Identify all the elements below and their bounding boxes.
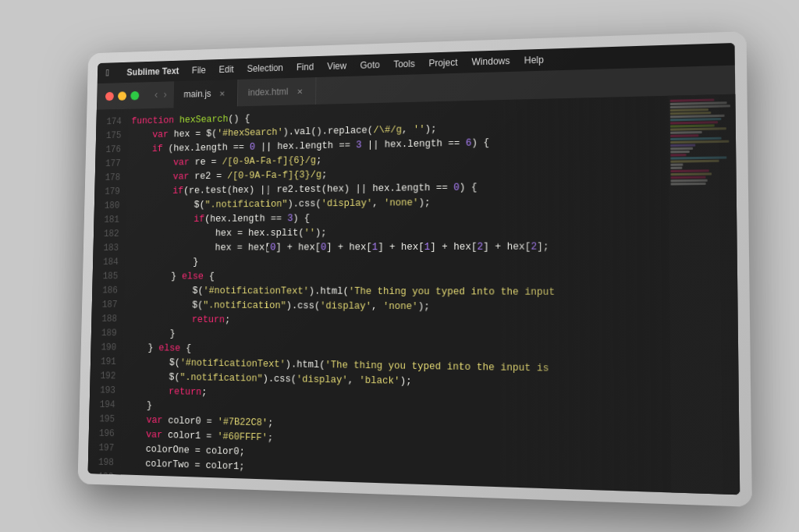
line-num: 196 — [93, 427, 115, 442]
line-num: 199 — [92, 470, 114, 484]
line-num: 189 — [95, 326, 117, 341]
screen:  Sublime Text File Edit Selection Find … — [88, 43, 740, 495]
line-num: 190 — [95, 341, 117, 356]
code-line-187: } else { — [128, 270, 670, 286]
line-num: 194 — [94, 398, 115, 413]
menu-edit[interactable]: Edit — [218, 64, 233, 75]
line-num: 188 — [96, 312, 118, 326]
line-num: 191 — [94, 355, 116, 370]
menu-tools[interactable]: Tools — [393, 59, 415, 70]
app-name-menu[interactable]: Sublime Text — [126, 66, 179, 77]
line-num: 200 — [91, 484, 113, 495]
tab-main-js[interactable]: main.js ✕ — [173, 80, 238, 108]
menu-windows[interactable]: Windows — [471, 55, 510, 67]
tab-main-js-label: main.js — [183, 88, 211, 99]
line-num: 197 — [93, 441, 115, 456]
menu-goto[interactable]: Goto — [360, 59, 379, 70]
line-num: 178 — [99, 171, 120, 185]
line-num: 181 — [98, 213, 120, 227]
line-num: 176 — [100, 143, 121, 157]
menu-find[interactable]: Find — [297, 62, 314, 73]
tab-index-html[interactable]: index.html ✕ — [238, 77, 316, 106]
line-num: 193 — [94, 384, 115, 399]
line-num: 195 — [93, 412, 115, 427]
menu-view[interactable]: View — [327, 61, 346, 72]
traffic-lights — [97, 82, 148, 110]
menu-project[interactable]: Project — [428, 57, 457, 69]
line-num: 174 — [101, 115, 122, 129]
line-num: 198 — [92, 456, 114, 470]
line-num: 185 — [97, 270, 119, 284]
line-num: 186 — [96, 284, 118, 298]
maximize-button[interactable] — [130, 91, 139, 101]
editor: 174 175 176 177 178 179 180 181 182 183 … — [88, 94, 740, 495]
close-button[interactable] — [105, 92, 114, 101]
line-num: 192 — [94, 369, 116, 384]
minimap — [669, 94, 740, 495]
line-num: 179 — [98, 185, 119, 199]
menu-file[interactable]: File — [192, 65, 206, 76]
nav-arrows: ‹ › — [147, 81, 174, 108]
line-num: 175 — [100, 129, 121, 143]
code-line-186: } — [128, 254, 669, 270]
menu-help[interactable]: Help — [524, 55, 544, 66]
tab-index-html-label: index.html — [248, 87, 289, 98]
menu-selection[interactable]: Selection — [247, 62, 283, 74]
code-line-185: hex = hex[0] + hex[0] + hex[1] + hex[1] … — [129, 239, 669, 256]
minimize-button[interactable] — [118, 91, 126, 101]
line-num: 183 — [98, 241, 119, 255]
tab-main-js-close[interactable]: ✕ — [217, 88, 227, 99]
line-num: 180 — [98, 199, 120, 213]
minimap-content — [669, 94, 737, 190]
code-content[interactable]: function hexSearch() { var hex = $('#hex… — [121, 96, 672, 493]
laptop-frame:  Sublime Text File Edit Selection Find … — [77, 31, 751, 507]
forward-arrow[interactable]: › — [162, 89, 169, 101]
line-num: 187 — [96, 298, 118, 312]
line-num: 182 — [98, 227, 119, 241]
tab-index-html-close[interactable]: ✕ — [294, 86, 304, 97]
apple-icon:  — [106, 68, 112, 79]
code-line-184: hex = hex.split(''); — [129, 224, 669, 241]
back-arrow[interactable]: ‹ — [153, 89, 159, 101]
line-num: 184 — [97, 256, 119, 270]
line-num: 177 — [99, 157, 120, 171]
